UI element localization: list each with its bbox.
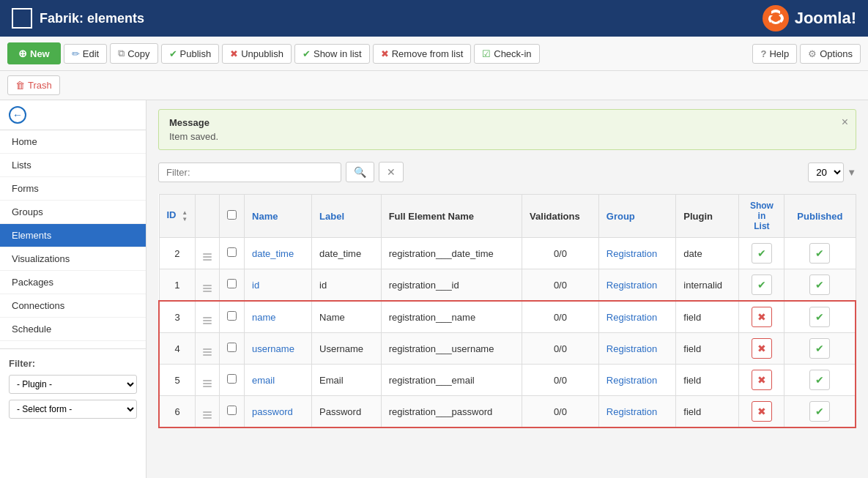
- th-id[interactable]: ID ▲ ▼: [159, 195, 196, 238]
- published-toggle[interactable]: ✔: [809, 275, 830, 295]
- trash-button[interactable]: 🗑 Trash: [7, 75, 60, 95]
- search-button[interactable]: 🔍: [346, 162, 374, 182]
- row-checkbox[interactable]: [227, 374, 237, 384]
- plugin-filter-select[interactable]: - Plugin -: [9, 375, 137, 394]
- drag-handle[interactable]: [203, 411, 212, 419]
- element-name-link[interactable]: username: [252, 343, 294, 354]
- sidebar-item-forms[interactable]: Forms: [0, 177, 146, 201]
- group-link[interactable]: Registration: [607, 375, 657, 386]
- cell-published: ✔: [784, 333, 856, 365]
- checkin-button[interactable]: ☑ Check-in: [474, 44, 539, 64]
- cell-group: Registration: [598, 365, 676, 396]
- drag-handle[interactable]: [203, 285, 212, 292]
- sidebar-item-home[interactable]: Home: [0, 130, 146, 154]
- remove-from-list-label: Remove from list: [392, 48, 464, 59]
- published-toggle[interactable]: ✔: [809, 370, 830, 390]
- th-show-in-list: ShowinList: [739, 195, 784, 238]
- show-in-list-toggle[interactable]: ✖: [752, 338, 772, 359]
- copy-label: Copy: [127, 48, 149, 59]
- element-name-link[interactable]: name: [252, 312, 276, 323]
- sidebar-item-visualizations[interactable]: Visualizations: [0, 247, 146, 271]
- page-size-select[interactable]: 20: [808, 163, 844, 182]
- show-in-list-toggle[interactable]: ✖: [752, 370, 772, 390]
- cell-label: Name: [312, 301, 382, 333]
- element-name-link[interactable]: password: [252, 406, 293, 417]
- cell-drag[interactable]: [196, 365, 220, 396]
- published-toggle[interactable]: ✔: [809, 243, 830, 264]
- cell-drag[interactable]: [196, 396, 220, 428]
- sidebar-item-schedule[interactable]: Schedule: [0, 318, 146, 341]
- element-name-link[interactable]: email: [252, 375, 275, 386]
- element-name-link[interactable]: date_time: [252, 248, 294, 259]
- main-content: Message Item saved. × 🔍 ✕ 20 ▼: [146, 100, 868, 478]
- sidebar-item-lists[interactable]: Lists: [0, 154, 146, 177]
- toolbar-right: ? Help ⚙ Options: [752, 44, 861, 64]
- drag-handle[interactable]: [203, 317, 212, 324]
- help-button[interactable]: ? Help: [752, 44, 797, 64]
- th-name[interactable]: Name: [245, 195, 312, 238]
- cell-name: email: [245, 365, 312, 396]
- sidebar-item-packages[interactable]: Packages: [0, 271, 146, 294]
- published-toggle[interactable]: ✔: [809, 307, 830, 327]
- group-link[interactable]: Registration: [607, 280, 657, 291]
- elements-table: ID ▲ ▼ Name Label Full Element Name: [158, 194, 856, 428]
- row-checkbox[interactable]: [227, 311, 237, 321]
- row-checkbox[interactable]: [227, 279, 237, 288]
- cell-published: ✔: [784, 301, 856, 333]
- cell-group: Registration: [598, 301, 676, 333]
- clear-filter-button[interactable]: ✕: [379, 162, 404, 182]
- cell-drag[interactable]: [196, 301, 220, 333]
- cell-full-name: registration___id: [381, 269, 522, 302]
- toolbar-row2: 🗑 Trash: [0, 71, 868, 100]
- cell-plugin: field: [676, 396, 739, 428]
- table-row: 3 name Name registration___name 0/0 Regi…: [159, 301, 856, 333]
- show-in-list-toggle[interactable]: ✔: [752, 243, 772, 264]
- select-all-checkbox[interactable]: [227, 210, 237, 220]
- message-close-button[interactable]: ×: [842, 116, 848, 129]
- published-toggle[interactable]: ✔: [809, 338, 830, 359]
- select-form-select[interactable]: - Select form -: [9, 400, 137, 419]
- sidebar-item-connections[interactable]: Connections: [0, 294, 146, 318]
- show-in-list-button[interactable]: ✔ Show in list: [294, 44, 370, 64]
- show-in-list-toggle[interactable]: ✔: [752, 275, 772, 295]
- cell-drag[interactable]: [196, 238, 220, 269]
- edit-label: Edit: [83, 48, 99, 59]
- cell-id: 1: [159, 269, 196, 302]
- element-name-link[interactable]: id: [252, 280, 259, 291]
- group-link[interactable]: Registration: [607, 248, 657, 259]
- new-button[interactable]: ⊕ New: [7, 42, 61, 64]
- th-label[interactable]: Label: [312, 195, 382, 238]
- publish-button[interactable]: ✔ Publish: [161, 44, 220, 64]
- edit-icon: ✏: [72, 48, 80, 59]
- unpublish-button[interactable]: ✖ Unpublish: [222, 44, 292, 64]
- toolbar-row1: ⊕ New ✏ Edit ⧉ Copy ✔ Publish ✖ Unpublis…: [0, 37, 868, 71]
- show-in-list-toggle[interactable]: ✖: [752, 401, 772, 422]
- drag-handle[interactable]: [203, 380, 212, 387]
- row-checkbox[interactable]: [227, 343, 237, 352]
- cell-drag[interactable]: [196, 333, 220, 365]
- cell-validations: 0/0: [522, 333, 599, 365]
- published-toggle[interactable]: ✔: [809, 401, 830, 422]
- cell-drag[interactable]: [196, 269, 220, 302]
- group-link[interactable]: Registration: [607, 343, 657, 354]
- show-in-list-toggle[interactable]: ✖: [752, 307, 772, 327]
- options-button[interactable]: ⚙ Options: [800, 44, 861, 64]
- drag-handle[interactable]: [203, 348, 212, 356]
- joomla-text: Joomla!: [795, 9, 856, 28]
- sidebar-item-groups[interactable]: Groups: [0, 201, 146, 224]
- drag-handle[interactable]: [203, 253, 212, 261]
- edit-button[interactable]: ✏ Edit: [64, 44, 107, 64]
- row-checkbox[interactable]: [227, 406, 237, 415]
- row-checkbox[interactable]: [227, 247, 237, 257]
- filter-input[interactable]: [158, 163, 341, 182]
- copy-button[interactable]: ⧉ Copy: [110, 43, 157, 64]
- back-icon[interactable]: ←: [9, 106, 26, 124]
- group-link[interactable]: Registration: [607, 312, 657, 323]
- group-link[interactable]: Registration: [607, 406, 657, 417]
- cell-label: Email: [312, 365, 382, 396]
- publish-label: Publish: [180, 48, 212, 59]
- th-group[interactable]: Group: [598, 195, 676, 238]
- remove-from-list-button[interactable]: ✖ Remove from list: [373, 44, 472, 64]
- check-icon: ✔: [757, 279, 766, 291]
- sidebar-item-elements[interactable]: Elements: [0, 224, 146, 247]
